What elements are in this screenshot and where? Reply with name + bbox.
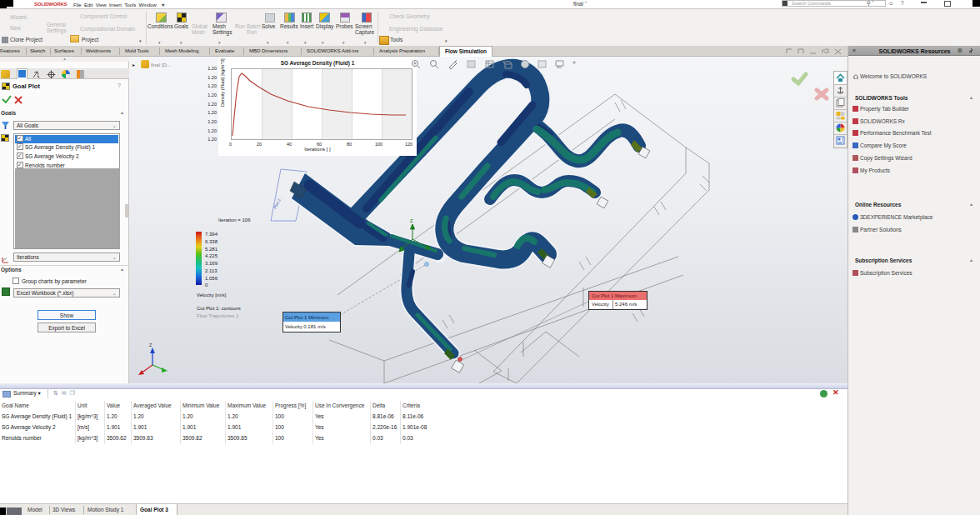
svg-text:Z: Z: [149, 342, 152, 348]
svg-text:Z: Z: [410, 218, 413, 223]
svg-text:Y: Y: [432, 248, 436, 253]
svg-text:Plot 2...: Plot 2...: [272, 195, 283, 210]
